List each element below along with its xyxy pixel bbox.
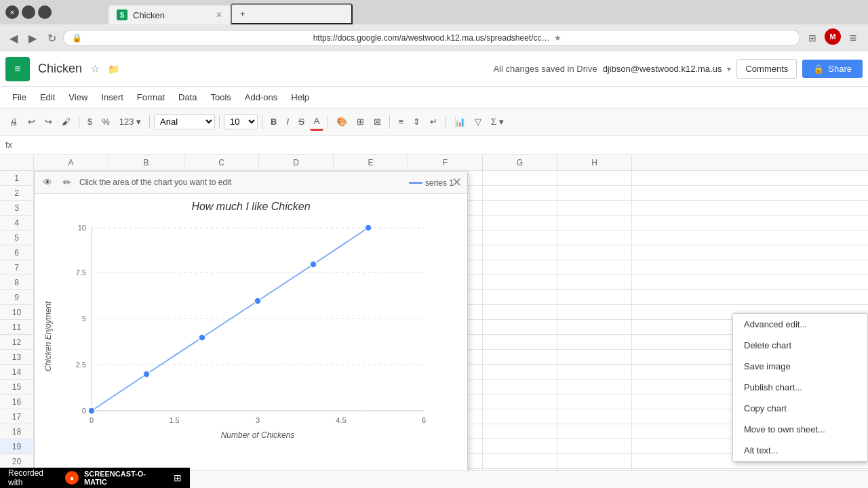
cell-G19[interactable] [483, 439, 557, 453]
function-button[interactable]: Σ ▾ [487, 114, 508, 129]
cell-G11[interactable] [483, 320, 557, 334]
menu-insert[interactable]: Insert [94, 89, 130, 105]
cell-G18[interactable] [483, 424, 557, 439]
cell-H15[interactable] [557, 380, 632, 394]
menu-view[interactable]: View [62, 89, 94, 105]
cell-H1[interactable] [557, 171, 632, 185]
ctx-copy-chart[interactable]: Copy chart [733, 398, 867, 419]
col-header-G[interactable]: G [483, 155, 557, 170]
paint-format-button[interactable]: 🖌 [58, 114, 75, 129]
menu-file[interactable]: File [5, 89, 33, 105]
cell-G20[interactable] [483, 454, 557, 468]
cell-G3[interactable] [483, 201, 557, 215]
formula-input[interactable] [18, 140, 863, 150]
new-tab-button[interactable]: + [231, 3, 353, 24]
cell-H4[interactable] [557, 216, 632, 230]
user-icon[interactable]: M [825, 28, 841, 45]
cell-H19[interactable] [557, 439, 632, 453]
chart-edit-button[interactable]: ✏ [60, 174, 74, 190]
menu-data[interactable]: Data [172, 89, 203, 105]
font-selector[interactable]: Arial [154, 114, 215, 129]
cell-H20[interactable] [557, 454, 632, 468]
dollar-format-button[interactable]: $ [83, 114, 96, 129]
cell-G12[interactable] [483, 335, 557, 349]
valign-button[interactable]: ⇕ [409, 114, 425, 129]
cell-H12[interactable] [557, 335, 632, 349]
star-icon[interactable]: ☆ [90, 62, 100, 75]
cell-G2[interactable] [483, 186, 557, 200]
merge-button[interactable]: ⊠ [370, 114, 385, 129]
undo-button[interactable]: ↩ [24, 114, 39, 129]
cell-H11[interactable] [557, 320, 632, 334]
extensions-icon[interactable]: ⊞ [803, 28, 822, 47]
ctx-move-to-sheet[interactable]: Move to own sheet... [733, 419, 867, 440]
cell-G5[interactable] [483, 230, 557, 245]
share-button[interactable]: 🔒 Share [802, 60, 863, 78]
italic-button[interactable]: I [283, 114, 294, 129]
back-button[interactable]: ◀ [5, 29, 22, 47]
cell-G17[interactable] [483, 409, 557, 424]
col-header-H[interactable]: H [557, 155, 632, 170]
cell-H18[interactable] [557, 424, 632, 439]
cell-G9[interactable] [483, 290, 557, 304]
cell-G21[interactable] [483, 469, 557, 470]
cell-H2[interactable] [557, 186, 632, 200]
borders-button[interactable]: ⊞ [353, 114, 368, 129]
percent-format-button[interactable]: % [98, 114, 114, 129]
cell-G1[interactable] [483, 171, 557, 185]
number-format-button[interactable]: 123 ▾ [115, 114, 145, 129]
redo-button[interactable]: ↪ [41, 114, 56, 129]
menu-addons[interactable]: Add-ons [238, 89, 284, 105]
cell-H6[interactable] [557, 245, 632, 260]
comments-button[interactable]: Comments [736, 59, 797, 79]
menu-format[interactable]: Format [130, 89, 172, 105]
chrome-menu-icon[interactable]: ≡ [844, 28, 863, 47]
col-header-A[interactable]: A [34, 155, 108, 170]
cell-H14[interactable] [557, 365, 632, 379]
print-button[interactable]: 🖨 [5, 114, 22, 129]
window-controls[interactable]: ✕ [5, 5, 19, 19]
cell-G8[interactable] [483, 275, 557, 289]
align-left-button[interactable]: ≡ [394, 114, 408, 129]
cell-H9[interactable] [557, 290, 632, 304]
col-header-D[interactable]: D [259, 155, 334, 170]
cell-G6[interactable] [483, 245, 557, 260]
cell-G7[interactable] [483, 260, 557, 274]
cell-H21[interactable] [557, 469, 632, 470]
address-bar[interactable]: 🔒 https://docs.google.com/a/westwood.k12… [63, 30, 800, 46]
ctx-save-image[interactable]: Save image [733, 356, 867, 377]
ctx-advanced-edit[interactable]: Advanced edit... [733, 314, 867, 335]
user-dropdown-icon[interactable]: ▾ [727, 64, 731, 74]
ctx-publish-chart[interactable]: Publish chart... [733, 377, 867, 398]
cell-G10[interactable] [483, 305, 557, 319]
tab-close-icon[interactable]: ✕ [216, 10, 222, 20]
col-header-F[interactable]: F [408, 155, 483, 170]
col-header-C[interactable]: C [184, 155, 259, 170]
window-minimize[interactable] [22, 5, 35, 19]
bold-button[interactable]: B [267, 114, 281, 129]
cell-H7[interactable] [557, 260, 632, 274]
cell-H13[interactable] [557, 350, 632, 364]
cell-G4[interactable] [483, 216, 557, 230]
refresh-button[interactable]: ↻ [43, 29, 60, 47]
cell-G15[interactable] [483, 380, 557, 394]
ctx-alt-text[interactable]: Alt text... [733, 440, 867, 461]
ctx-delete-chart[interactable]: Delete chart [733, 335, 867, 356]
cell-H16[interactable] [557, 394, 632, 409]
cell-G14[interactable] [483, 365, 557, 379]
menu-help[interactable]: Help [284, 89, 316, 105]
col-header-B[interactable]: B [108, 155, 184, 170]
filter-button[interactable]: ▽ [471, 114, 486, 129]
text-color-button[interactable]: A [310, 113, 324, 131]
cell-H10[interactable] [557, 305, 632, 319]
strikethrough-button[interactable]: S [294, 114, 309, 129]
browser-tab[interactable]: S Chicken ✕ [108, 5, 231, 24]
window-maximize[interactable] [38, 5, 52, 19]
fill-color-button[interactable]: 🎨 [332, 114, 351, 129]
cell-G16[interactable] [483, 394, 557, 409]
forward-button[interactable]: ▶ [24, 29, 41, 47]
chart-view-button[interactable]: 👁 [40, 174, 55, 190]
menu-tools[interactable]: Tools [203, 89, 237, 105]
cell-G13[interactable] [483, 350, 557, 364]
chart-button[interactable]: 📊 [450, 114, 469, 129]
